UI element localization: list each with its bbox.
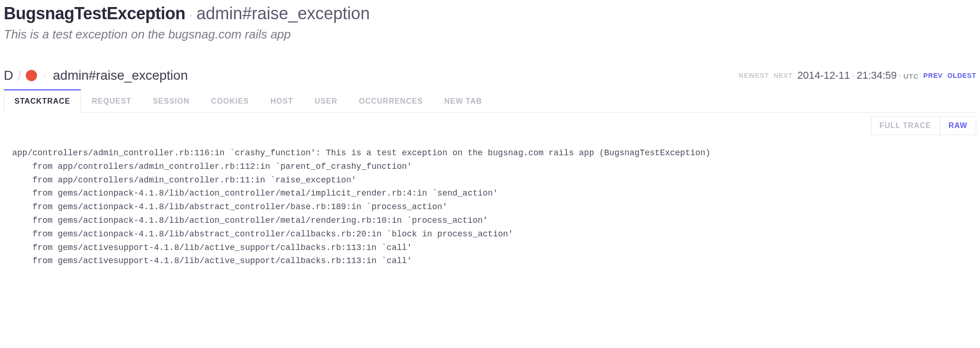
nav-next: NEXT — [773, 72, 793, 79]
error-header: BugsnagTestException · admin#raise_excep… — [4, 4, 976, 42]
dot-separator-icon: · — [898, 69, 901, 81]
nav-oldest[interactable]: OLDEST — [947, 72, 976, 79]
event-nav: NEWEST NEXT 2014-12-11·21:34:59·UTC PREV… — [739, 69, 976, 82]
trace-toggle-row: FULL TRACE RAW — [4, 116, 976, 135]
tab-request[interactable]: REQUEST — [81, 89, 142, 113]
exception-description: This is a test exception on the bugsnag.… — [4, 27, 976, 42]
tab-stacktrace[interactable]: STACKTRACE — [4, 89, 81, 113]
event-date: 2014-12-11 — [797, 69, 850, 81]
toggle-full-trace[interactable]: FULL TRACE — [871, 117, 940, 135]
status-dot-icon — [26, 70, 37, 81]
tab-new-tab[interactable]: NEW TAB — [434, 89, 493, 113]
toggle-raw[interactable]: RAW — [940, 117, 976, 135]
exception-class: BugsnagTestException — [4, 4, 185, 23]
title-separator-icon: · — [189, 8, 193, 23]
tab-session[interactable]: SESSION — [142, 89, 200, 113]
event-time: 21:34:59 — [857, 69, 897, 81]
event-bar: D / · admin#raise_exception NEWEST NEXT … — [4, 68, 976, 83]
title-row: BugsnagTestException · admin#raise_excep… — [4, 4, 976, 23]
event-tz: UTC — [903, 72, 919, 80]
stacktrace-raw: app/controllers/admin_controller.rb:116:… — [4, 140, 976, 268]
nav-newest: NEWEST — [739, 72, 769, 79]
dot-separator-icon: · — [44, 70, 46, 81]
slash-separator-icon: / — [18, 68, 21, 83]
exception-location: admin#raise_exception — [196, 4, 370, 23]
tabs: STACKTRACE REQUEST SESSION COOKIES HOST … — [4, 89, 976, 113]
tab-occurrences[interactable]: OCCURRENCES — [348, 89, 433, 113]
tab-host[interactable]: HOST — [260, 89, 304, 113]
nav-prev[interactable]: PREV — [923, 72, 943, 79]
event-context: admin#raise_exception — [53, 68, 188, 83]
event-timestamp: 2014-12-11·21:34:59·UTC — [797, 69, 919, 82]
event-summary: D / · admin#raise_exception — [4, 68, 188, 83]
diagnostic-letter: D — [4, 68, 13, 83]
trace-toggle-group: FULL TRACE RAW — [871, 116, 976, 135]
tab-cookies[interactable]: COOKIES — [200, 89, 260, 113]
tab-user[interactable]: USER — [304, 89, 348, 113]
dot-separator-icon: · — [852, 69, 855, 81]
